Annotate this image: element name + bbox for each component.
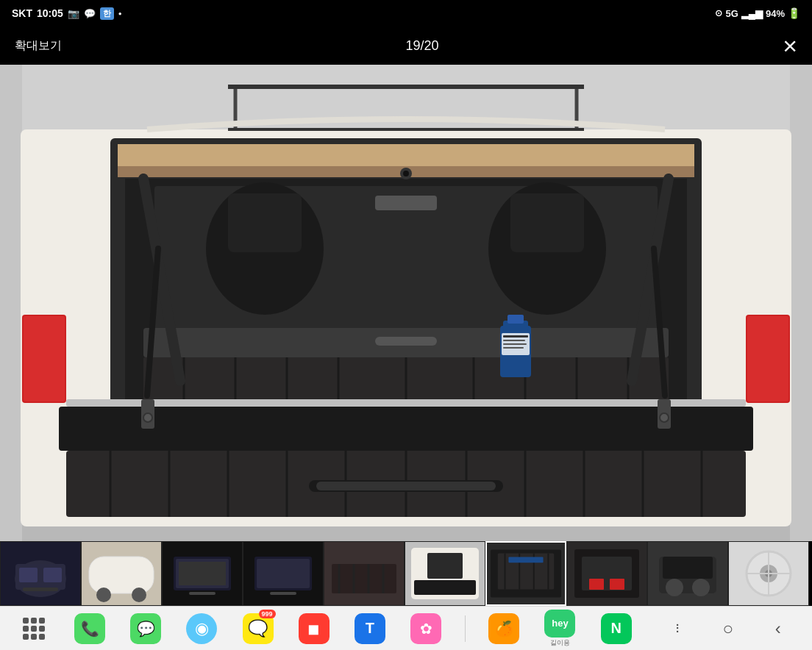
svg-rect-41 (24, 316, 65, 401)
time-label: 10:05 (37, 7, 63, 19)
naver-icon: N (610, 620, 621, 637)
svg-rect-74 (43, 568, 62, 582)
kakaotalk-app[interactable]: 🗨️ 999 (241, 610, 276, 648)
thumbnail-2[interactable] (81, 541, 162, 606)
svg-point-115 (692, 579, 710, 596)
phone-app[interactable]: 📞 (72, 610, 107, 648)
thumbnail-9[interactable] (647, 541, 728, 606)
kakao-badge: 999 (259, 610, 276, 618)
svg-rect-69 (316, 482, 496, 490)
messages-app[interactable]: 💬 (128, 610, 163, 648)
calm-app[interactable]: ◉ (184, 610, 219, 648)
hey-sublabel: 길이용 (550, 638, 570, 648)
svg-rect-98 (414, 580, 476, 595)
nav-recents-button[interactable]: ⫶ (660, 610, 696, 648)
svg-rect-44 (66, 399, 746, 407)
svg-rect-73 (19, 568, 38, 582)
svg-rect-75 (23, 588, 58, 591)
signal-label: 5G (725, 8, 738, 19)
status-left: SKT 10:05 📷 💬 한 ● (12, 7, 122, 20)
svg-rect-43 (747, 316, 788, 401)
thumbnail-3[interactable] (162, 541, 243, 606)
svg-point-65 (660, 413, 669, 422)
svg-rect-11 (228, 193, 302, 252)
melon-app[interactable]: 🍊 (486, 610, 521, 648)
signal-bars: ▂▄▆ (741, 8, 763, 19)
svg-rect-6 (118, 144, 694, 166)
main-image-area (0, 65, 812, 541)
tmap-icon: T (366, 620, 374, 637)
svg-rect-14 (375, 196, 437, 210)
messages-icon: 💬 (137, 620, 155, 638)
status-bar: SKT 10:05 📷 💬 한 ● ⊙ 5G ▂▄▆ 94% 🔋 (0, 0, 812, 26)
hey-app[interactable]: hey 길이용 (542, 610, 577, 648)
svg-rect-97 (427, 553, 463, 579)
svg-point-79 (132, 588, 146, 602)
camera-icon: 📷 (68, 8, 79, 19)
square-app[interactable]: ◼ (296, 610, 332, 648)
svg-rect-88 (270, 592, 296, 595)
svg-point-67 (403, 171, 409, 176)
back-icon: ‹ (775, 618, 781, 639)
svg-rect-87 (257, 559, 310, 588)
status-right: ⊙ 5G ▂▄▆ 94% 🔋 (715, 7, 800, 19)
top-nav: 확대보기 19/20 × (0, 26, 812, 65)
nav-close-button[interactable]: × (783, 33, 797, 58)
thumbnail-1[interactable] (0, 541, 81, 606)
naver-app[interactable]: N (599, 610, 634, 648)
kakao-icon: 🗨️ (248, 619, 268, 638)
nav-title: 19/20 (406, 38, 439, 54)
svg-rect-13 (510, 193, 584, 252)
thumbnail-5[interactable] (324, 541, 405, 606)
nav-home-button[interactable]: ○ (710, 610, 746, 648)
dot-icon: ● (118, 10, 122, 17)
svg-point-78 (96, 588, 111, 602)
svg-rect-111 (610, 579, 624, 590)
thumbnail-8[interactable] (566, 541, 647, 606)
carrier-label: SKT (12, 7, 32, 19)
hey-text: hey (552, 618, 568, 628)
svg-rect-32 (503, 335, 528, 338)
svg-rect-33 (503, 340, 525, 341)
home-icon: ○ (723, 618, 734, 639)
grid-menu-button[interactable] (16, 610, 51, 648)
svg-rect-16 (375, 337, 437, 346)
calm-icon: ◉ (195, 619, 209, 638)
svg-rect-3 (790, 65, 812, 541)
thumbnail-7-active[interactable] (485, 541, 566, 606)
thumbnail-4[interactable] (243, 541, 324, 606)
svg-rect-106 (508, 557, 543, 562)
svg-point-114 (666, 579, 683, 596)
svg-point-63 (143, 413, 152, 422)
record-icon: ⊙ (715, 8, 722, 18)
svg-rect-77 (89, 557, 154, 593)
svg-rect-83 (179, 562, 226, 585)
square-icon: ◼ (307, 620, 320, 638)
svg-rect-2 (0, 65, 22, 541)
thumbnail-strip (0, 541, 812, 606)
car-trunk-image (0, 65, 812, 541)
svg-rect-90 (332, 564, 396, 593)
phone-icon: 📞 (81, 620, 99, 638)
tmap-app[interactable]: T (352, 610, 388, 648)
thumbnail-10[interactable] (728, 541, 809, 606)
svg-rect-45 (59, 407, 753, 451)
svg-rect-34 (503, 343, 527, 345)
blossom-icon: ✿ (420, 620, 432, 638)
svg-rect-30 (508, 315, 524, 324)
svg-rect-35 (503, 347, 524, 349)
melon-icon: 🍊 (495, 620, 513, 638)
nav-back-label[interactable]: 확대보기 (15, 38, 62, 54)
chat-icon: 💬 (84, 8, 96, 19)
nav-back-button[interactable]: ‹ (761, 610, 796, 648)
svg-rect-84 (189, 592, 216, 595)
app-dock: 📞 💬 ◉ 🗨️ 999 ◼ T ✿ (0, 606, 812, 650)
svg-rect-110 (589, 579, 604, 590)
recents-icon: ⫶ (674, 621, 681, 636)
blossom-app[interactable]: ✿ (408, 610, 444, 648)
dock-divider (464, 610, 466, 648)
battery-icon: 🔋 (788, 7, 800, 19)
thumbnail-6[interactable] (405, 541, 485, 606)
battery-label: 94% (766, 8, 785, 19)
svg-rect-116 (663, 557, 713, 579)
